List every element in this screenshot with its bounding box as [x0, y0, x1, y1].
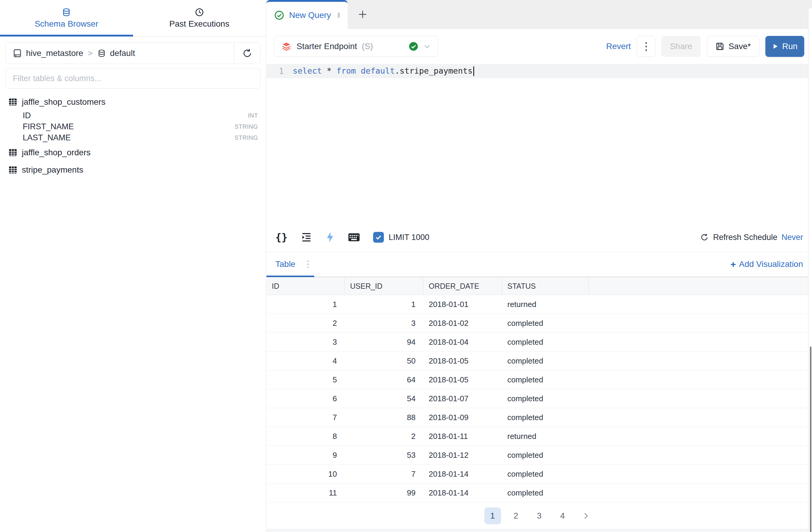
- clock-icon: [195, 8, 204, 17]
- endpoint-select[interactable]: Starter Endpoint (S): [274, 36, 438, 57]
- save-floppy-icon: [715, 42, 724, 51]
- limit-checkbox[interactable]: [373, 232, 384, 243]
- cell-user_id: 3: [345, 314, 423, 333]
- sql-code[interactable]: select * from default.stripe_payments: [293, 66, 474, 76]
- breadcrumb-catalog[interactable]: hive_metastore: [26, 48, 83, 58]
- add-visualization-button[interactable]: + Add Visualization: [730, 260, 803, 269]
- tree-table-name: jaffle_shop_customers: [22, 97, 105, 107]
- table-row: 1072018-01-14completed: [266, 465, 812, 484]
- tab-schema-browser[interactable]: Schema Browser: [0, 0, 133, 36]
- tree-column-type: STRING: [234, 134, 258, 141]
- filter-box: [5, 68, 260, 88]
- revert-button[interactable]: Revert: [606, 42, 631, 51]
- lightning-icon[interactable]: [325, 232, 335, 243]
- table-row: 4502018-01-05completed: [266, 352, 812, 370]
- cell-filler: [589, 427, 812, 446]
- query-tabbar: New Query: [266, 0, 812, 29]
- column-header-ID[interactable]: ID: [266, 277, 345, 295]
- cell-order_date: 2018-01-05: [423, 352, 502, 370]
- cell-id: 7: [266, 408, 345, 427]
- cell-user_id: 54: [345, 389, 423, 408]
- tree-table-jaffle_shop_customers[interactable]: jaffle_shop_customers: [0, 95, 266, 109]
- sql-token: from: [336, 66, 356, 75]
- endpoint-name: Starter Endpoint: [296, 42, 357, 51]
- cell-user_id: 99: [345, 484, 423, 502]
- share-button[interactable]: Share: [661, 36, 701, 57]
- sidebar: Schema Browser Past Executions: [0, 0, 266, 532]
- tab-table-visualization[interactable]: Table: [275, 260, 295, 269]
- cell-status: completed: [502, 352, 589, 370]
- sql-token: [322, 66, 327, 75]
- sql-editor[interactable]: 1 select * from default.stripe_payments: [266, 64, 812, 223]
- schema-database-icon: [98, 49, 106, 57]
- query-tab-label: New Query: [289, 11, 331, 20]
- next-page-button[interactable]: [578, 507, 594, 524]
- breadcrumb[interactable]: hive_metastore > default: [6, 43, 234, 64]
- tree-table-stripe_payments[interactable]: stripe_payments: [0, 163, 266, 177]
- add-query-tab-button[interactable]: [348, 0, 378, 28]
- sidebar-tabs: Schema Browser Past Executions: [0, 0, 266, 37]
- query-header: Starter Endpoint (S) Revert: [266, 29, 812, 64]
- page-button-3[interactable]: 3: [531, 507, 548, 524]
- cell-filler: [589, 465, 812, 483]
- active-viz-underline: [266, 276, 314, 277]
- editor-active-line[interactable]: 1 select * from default.stripe_payments: [266, 64, 812, 78]
- table-row: 5642018-01-05completed: [266, 370, 812, 389]
- keyboard-shortcuts-icon[interactable]: [348, 233, 360, 242]
- results-header-row: IDUSER_IDORDER_DATESTATUS: [266, 277, 812, 295]
- cell-user_id: 88: [345, 408, 423, 427]
- cell-order_date: 2018-01-11: [423, 427, 502, 446]
- catalog-icon: [13, 49, 22, 58]
- refresh-schedule-label: Refresh Schedule: [713, 233, 777, 242]
- query-tab-new-query[interactable]: New Query: [266, 0, 348, 29]
- cell-filler: [589, 446, 812, 464]
- cell-order_date: 2018-01-14: [423, 484, 502, 502]
- schema-tree: jaffle_shop_customersIDINTFIRST_NAMESTRI…: [0, 95, 266, 180]
- limit-toggle[interactable]: LIMIT 1000: [373, 232, 429, 243]
- tree-column-FIRST_NAME[interactable]: FIRST_NAMESTRING: [0, 121, 266, 132]
- unsaved-dot-icon: [337, 12, 340, 18]
- sql-token: *: [327, 66, 332, 75]
- database-icon: [62, 8, 71, 17]
- tab-past-executions[interactable]: Past Executions: [133, 0, 266, 36]
- table-icon: [9, 98, 17, 107]
- run-button[interactable]: Run: [765, 36, 804, 57]
- cell-status: completed: [502, 333, 589, 351]
- endpoint-ok-icon: [408, 41, 419, 52]
- cell-filler: [589, 484, 812, 502]
- cell-order_date: 2018-01-14: [423, 465, 502, 483]
- column-header-USER_ID[interactable]: USER_ID: [345, 277, 423, 295]
- main-panel: New Query Starter Endpoint (: [266, 0, 812, 532]
- page-button-2[interactable]: 2: [508, 507, 524, 524]
- column-header-filler: [589, 277, 812, 295]
- save-button[interactable]: Save*: [707, 36, 759, 57]
- header-actions: Revert Share Save*: [606, 36, 804, 57]
- cell-id: 10: [266, 465, 345, 483]
- column-header-ORDER_DATE[interactable]: ORDER_DATE: [423, 277, 502, 295]
- sql-token: select: [293, 66, 322, 75]
- add-visualization-label: Add Visualization: [739, 260, 803, 269]
- plus-icon: [358, 9, 368, 19]
- scrollbar-thumb[interactable]: [810, 347, 811, 532]
- tree-column-ID[interactable]: IDINT: [0, 110, 266, 121]
- more-actions-button[interactable]: [637, 36, 655, 57]
- sql-token: .stripe_payments: [395, 66, 473, 75]
- column-header-STATUS[interactable]: STATUS: [502, 277, 589, 295]
- refresh-schema-button[interactable]: [234, 43, 260, 64]
- page-scrollbar[interactable]: [808, 9, 812, 532]
- cell-user_id: 50: [345, 352, 423, 370]
- tree-column-LAST_NAME[interactable]: LAST_NAMESTRING: [0, 132, 266, 143]
- indent-icon[interactable]: [301, 232, 312, 243]
- filter-input[interactable]: [5, 68, 260, 88]
- refresh-schedule-value[interactable]: Never: [782, 233, 803, 242]
- query-ok-icon: [274, 10, 284, 20]
- kebab-icon: [646, 42, 647, 51]
- table-tab-kebab-icon[interactable]: [307, 261, 308, 268]
- page-button-1[interactable]: 1: [484, 507, 501, 524]
- breadcrumb-schema[interactable]: default: [110, 48, 135, 58]
- page-button-4[interactable]: 4: [554, 507, 571, 524]
- format-query-icon[interactable]: {}: [275, 231, 288, 243]
- table-row: 6542018-01-07completed: [266, 389, 812, 408]
- cell-status: returned: [502, 427, 589, 446]
- tree-table-jaffle_shop_orders[interactable]: jaffle_shop_orders: [0, 146, 266, 159]
